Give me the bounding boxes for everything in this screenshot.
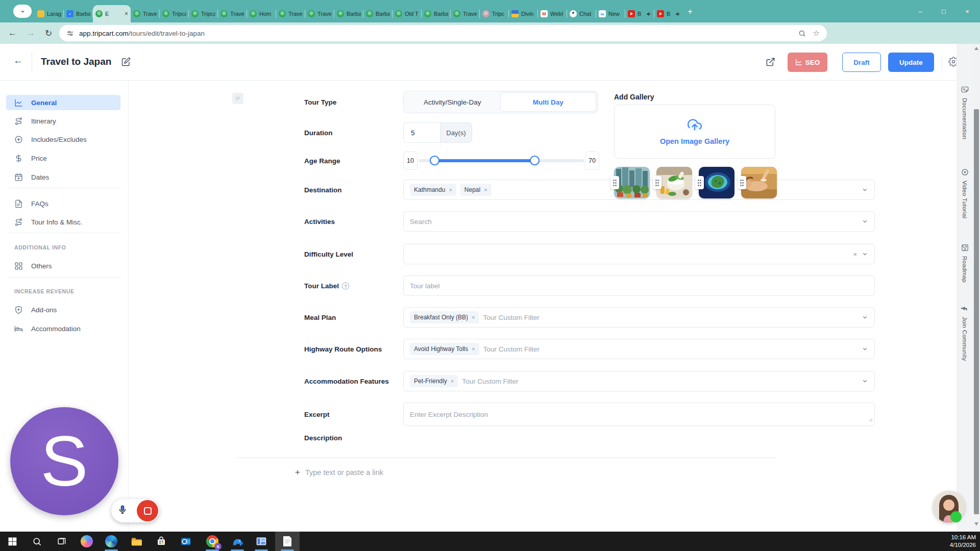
dashboard-app-icon[interactable] <box>249 532 274 551</box>
browser-tab[interactable]: Hom <box>247 5 276 22</box>
slider-handle-max[interactable] <box>530 156 540 165</box>
sidebar-item-price[interactable]: Price <box>6 151 120 166</box>
sidebar-item-dates[interactable]: Dates <box>6 169 120 185</box>
tour-label-input[interactable] <box>410 282 868 290</box>
stop-recording-button[interactable] <box>137 500 158 521</box>
gallery-thumb-spa-herbs[interactable] <box>656 167 692 198</box>
editor-placeholder[interactable]: Type text or paste a link <box>305 468 383 477</box>
sidebar-item-others[interactable]: Others <box>6 258 120 273</box>
microphone-icon[interactable] <box>117 505 128 517</box>
gallery-thumb-island[interactable] <box>699 167 734 198</box>
browser-tab[interactable]: Trave <box>218 5 247 22</box>
add-block-icon[interactable]: + <box>295 467 300 478</box>
chip-remove-icon[interactable]: × <box>451 378 454 384</box>
screen-recorder-bubble[interactable]: S <box>10 407 118 515</box>
browser-tab[interactable]: Barba <box>334 5 363 22</box>
difficulty-select[interactable]: × <box>403 244 875 264</box>
new-tab-button[interactable]: + <box>688 7 693 17</box>
sidebar-item-tour-info-misc[interactable]: Tour Info & Misc. <box>6 214 120 230</box>
highway-route-placeholder[interactable]: Tour Custom Filter <box>483 345 540 353</box>
accommodation-placeholder[interactable]: Tour Custom Filter <box>462 378 518 385</box>
url-text[interactable]: app.tripcart.com/tours/edit/travel-to-ja… <box>79 30 791 37</box>
drag-handle-icon[interactable] <box>610 176 619 189</box>
chevron-down-icon[interactable] <box>862 251 868 258</box>
dock-video-tutorial[interactable]: Video Tutorial <box>957 168 973 218</box>
dock-roadmap[interactable]: Roadmap <box>957 244 973 283</box>
microsoft-store-icon[interactable] <box>149 532 174 551</box>
highway-route-select[interactable]: Avoid Highway Tolls× Tour Custom Filter <box>403 339 875 359</box>
browser-tab[interactable]: Barba <box>422 5 451 22</box>
taskbar-search-icon[interactable] <box>24 532 49 551</box>
page-outline-icon[interactable] <box>232 93 243 104</box>
activities-search-input[interactable] <box>410 218 868 226</box>
slider-handle-min[interactable] <box>430 156 439 165</box>
browser-tab[interactable]: ∞New <box>596 5 625 22</box>
meal-plan-select[interactable]: Breakfast Only (BB)× Tour Custom Filter <box>403 307 875 328</box>
browser-tab[interactable]: *Chat <box>567 5 596 22</box>
chrome-icon[interactable]: S <box>200 532 225 551</box>
chevron-down-icon[interactable] <box>862 314 868 321</box>
browser-tab[interactable]: B <box>625 5 654 22</box>
copilot-icon[interactable] <box>75 532 99 551</box>
chip-remove-icon[interactable]: × <box>472 314 475 320</box>
reload-button[interactable]: ↻ <box>45 28 52 39</box>
page-back-button[interactable]: ← <box>13 55 23 66</box>
tab-audio-icon[interactable] <box>646 11 652 17</box>
browser-tab[interactable]: Tripca <box>189 5 218 22</box>
browser-tab[interactable]: Trave <box>451 5 480 22</box>
scrollbar-up-arrow[interactable] <box>974 47 978 50</box>
edge-icon[interactable] <box>99 532 124 551</box>
chip-remove-icon[interactable]: × <box>449 187 452 193</box>
draft-button[interactable]: Draft <box>842 53 881 72</box>
browser-tab[interactable]: Trave <box>131 5 160 22</box>
browser-tab[interactable]: Larag <box>35 5 64 22</box>
start-button[interactable] <box>0 532 24 551</box>
sidebar-item-general[interactable]: General <box>6 95 120 110</box>
taskbar-clock[interactable]: 10:16 AM 4/10/2026 <box>950 534 976 549</box>
sidebar-item-faqs[interactable]: FAQs <box>6 196 120 211</box>
tour-type-option-single-day[interactable]: Activity/Single-Day <box>405 92 500 112</box>
window-minimize-button[interactable]: – <box>909 8 932 15</box>
window-close-button[interactable]: × <box>955 8 979 15</box>
age-range-slider[interactable] <box>419 159 584 162</box>
open-gallery-card[interactable]: Open Image Gallery <box>614 105 775 159</box>
tab-audio-icon[interactable] <box>675 11 681 17</box>
address-bar[interactable]: app.tripcart.com/tours/edit/travel-to-ja… <box>59 25 827 41</box>
tab-close-icon[interactable]: × <box>125 10 128 17</box>
drag-handle-icon[interactable] <box>695 176 704 189</box>
scrollbar-down-arrow[interactable] <box>974 522 978 525</box>
browser-tab[interactable]: Tripc <box>480 5 509 22</box>
chevron-down-icon[interactable] <box>862 218 868 225</box>
sidebar-item-add-ons[interactable]: Add-ons <box>6 302 120 317</box>
browser-tab-active[interactable]: E× <box>93 5 131 22</box>
gallery-thumb-city[interactable] <box>614 167 650 198</box>
blue-elephant-app-icon[interactable] <box>225 532 250 551</box>
dock-documentation[interactable]: Documentation <box>957 86 973 139</box>
drag-handle-icon[interactable] <box>653 176 662 189</box>
resize-handle-icon[interactable] <box>869 415 873 424</box>
chevron-down-icon[interactable] <box>862 378 868 385</box>
clear-selection-icon[interactable]: × <box>853 251 857 258</box>
edit-title-icon[interactable] <box>121 57 131 68</box>
browser-tab[interactable]: Tripca <box>160 5 189 22</box>
browser-tab[interactable]: ▪Barba <box>64 5 93 22</box>
browser-tab[interactable]: MWebl <box>538 5 567 22</box>
browser-tab[interactable]: Old T <box>393 5 422 22</box>
sidebar-item-itinerary[interactable]: Itinerary <box>6 113 120 129</box>
gallery-thumb-massage[interactable] <box>741 167 777 198</box>
forward-button[interactable]: → <box>27 28 35 38</box>
description-editor-row[interactable]: + Type text or paste a link <box>295 467 383 478</box>
excerpt-textarea[interactable] <box>410 411 868 418</box>
open-image-gallery-link[interactable]: Open Image Gallery <box>660 137 729 145</box>
window-maximize-button[interactable]: □ <box>932 8 955 15</box>
age-max-value[interactable]: 70 <box>585 152 599 170</box>
browser-tab[interactable]: Barba <box>363 5 393 22</box>
tour-label-field[interactable] <box>403 276 875 296</box>
seo-button[interactable]: SEO <box>788 53 827 72</box>
task-view-icon[interactable] <box>49 532 74 551</box>
excerpt-field[interactable] <box>403 403 875 426</box>
chevron-down-icon[interactable] <box>862 346 868 353</box>
help-icon[interactable]: ? <box>342 282 349 289</box>
update-button[interactable]: Update <box>888 53 934 72</box>
bookmark-star-icon[interactable]: ☆ <box>813 29 820 38</box>
